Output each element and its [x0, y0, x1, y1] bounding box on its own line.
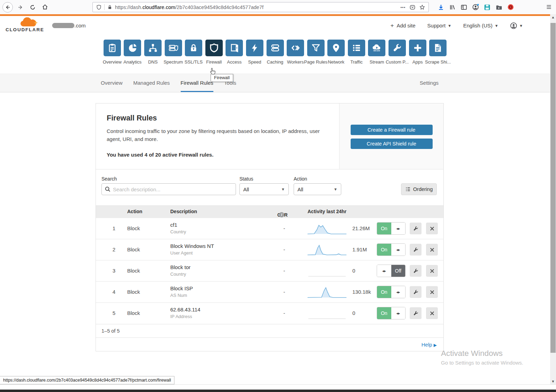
tracking-protection-shield-icon[interactable]: [96, 5, 101, 10]
pocket-icon[interactable]: [410, 5, 415, 10]
app-nav-item-scrape-shi[interactable]: Scrape Shi...: [428, 40, 448, 65]
rule-priority: 1: [109, 225, 115, 231]
library-icon[interactable]: [449, 4, 456, 10]
url-bar[interactable]: https://dash.cloudflare.com/2b7c403ace94…: [92, 2, 429, 12]
browser-forward-button[interactable]: [15, 2, 26, 12]
create-firewall-rule-button[interactable]: Create a Firewall rule: [351, 125, 433, 135]
browser-home-button[interactable]: [40, 2, 50, 12]
app-nav-item-ssl-tls[interactable]: SSL/TLS: [183, 40, 204, 65]
avatar-icon: [510, 22, 517, 29]
search-input[interactable]: [101, 183, 236, 195]
app-nav-label: Scrape Shi...: [425, 59, 451, 65]
action-select[interactable]: All▼: [294, 183, 341, 195]
support-menu[interactable]: Support▼: [427, 23, 451, 28]
app-nav-item-page-rules[interactable]: Page Rules: [305, 40, 326, 65]
taskbar-edge: [0, 390, 556, 392]
browser-reload-button[interactable]: [27, 2, 38, 12]
delete-rule-button[interactable]: [426, 265, 438, 277]
app-nav-item-overview[interactable]: Overview: [102, 40, 122, 65]
browser-back-button[interactable]: [2, 2, 13, 12]
search-label: Search: [101, 176, 117, 182]
page-actions-icon[interactable]: •••: [400, 5, 406, 9]
rule-enabled-toggle[interactable]: ◂▸Off: [377, 265, 406, 277]
rule-description: Block Windows NT: [170, 243, 214, 249]
url-text[interactable]: https://dash.cloudflare.com/2b7c403ace94…: [115, 5, 398, 10]
cloud-play-icon: [368, 40, 385, 56]
media-folder-icon[interactable]: [496, 4, 502, 10]
status-label: Status: [239, 176, 253, 182]
rule-match-type: Country: [170, 272, 190, 277]
edit-rule-button[interactable]: [410, 286, 422, 298]
subnav-firewall-rules[interactable]: Firewall Rules: [181, 74, 213, 92]
edit-rule-button[interactable]: [410, 307, 422, 319]
delete-rule-button[interactable]: [426, 307, 438, 319]
rule-enabled-toggle[interactable]: On◂▸: [377, 243, 406, 256]
bookmark-star-icon[interactable]: [419, 5, 425, 10]
subnav-settings[interactable]: Settings: [420, 74, 439, 92]
app-nav-item-analytics[interactable]: Analytics: [122, 40, 143, 65]
help-link[interactable]: Help ▶: [422, 338, 437, 352]
cloudflare-logo[interactable]: CLOUDFLARE: [6, 17, 44, 32]
language-menu[interactable]: English (US)▼: [463, 23, 498, 28]
app-nav-item-access[interactable]: Access: [224, 40, 245, 65]
info-icon[interactable]: i: [279, 212, 284, 217]
actions-panel: Create a Firewall rule Create API Shield…: [339, 103, 443, 169]
rule-enabled-toggle[interactable]: On◂▸: [377, 307, 406, 319]
list-icon: [348, 40, 365, 56]
app-nav-item-workers[interactable]: Workers: [285, 40, 306, 65]
rule-priority: 2: [109, 247, 115, 252]
app-nav-item-custom-p[interactable]: Custom P...: [387, 40, 408, 65]
edit-rule-button[interactable]: [410, 223, 422, 234]
plus-icon: +: [390, 22, 394, 29]
downloads-icon[interactable]: [438, 4, 444, 10]
close-icon: [430, 247, 435, 252]
edit-rule-button[interactable]: [410, 244, 422, 256]
app-nav-label: Traffic: [350, 59, 362, 65]
col-activity: Activity last 24hr: [308, 209, 346, 214]
activity-sparkline: [308, 265, 346, 277]
app-nav-item-traffic[interactable]: Traffic: [346, 40, 367, 65]
app-nav-item-caching[interactable]: Caching: [265, 40, 285, 65]
ordered-list-icon: [405, 186, 411, 192]
app-nav-label: SSL/TLS: [185, 59, 203, 65]
app-nav-item-stream[interactable]: Stream: [367, 40, 387, 65]
edit-rule-button[interactable]: [410, 265, 422, 277]
subnav-managed-rules[interactable]: Managed Rules: [133, 74, 170, 92]
status-select[interactable]: All▼: [239, 183, 289, 195]
delete-rule-button[interactable]: [426, 286, 438, 298]
adblock-icon[interactable]: [507, 4, 514, 10]
menu-hamburger-icon[interactable]: [546, 4, 552, 10]
wrench-icon: [413, 310, 419, 316]
app-nav-item-spectrum[interactable]: Spectrum: [163, 40, 183, 65]
delete-rule-button[interactable]: [426, 244, 438, 256]
rule-csr-value: -: [277, 225, 291, 231]
scrollbar-thumb[interactable]: [550, 23, 556, 353]
rule-enabled-toggle[interactable]: On◂▸: [377, 222, 406, 235]
sidebar-icon[interactable]: [461, 4, 467, 10]
subnav-overview[interactable]: Overview: [101, 74, 123, 92]
toggle-state-label: On: [377, 244, 391, 256]
table-row: 2BlockBlock Windows NTUser Agent-1.91MOn…: [96, 239, 443, 260]
account-icon[interactable]: [472, 4, 479, 10]
add-site-button[interactable]: +Add site: [390, 22, 415, 29]
page-scrollbar[interactable]: ▲ ▼: [550, 14, 556, 384]
app-nav-item-speed[interactable]: Speed: [245, 40, 265, 65]
active-site-name[interactable]: .com: [52, 23, 86, 28]
app-nav-item-network[interactable]: Network: [326, 40, 346, 65]
save-session-icon[interactable]: [484, 4, 490, 10]
app-nav-label: DNS: [148, 59, 157, 65]
delete-rule-button[interactable]: [426, 223, 438, 234]
scroll-down-arrow[interactable]: ▼: [550, 378, 556, 384]
rule-match-type: AS Num: [170, 293, 193, 298]
app-nav-item-firewall[interactable]: Firewall: [204, 40, 224, 65]
ordering-button[interactable]: Ordering: [401, 183, 437, 195]
help-row: Help ▶: [96, 337, 443, 351]
rule-enabled-toggle[interactable]: On◂▸: [377, 286, 406, 298]
scroll-up-arrow[interactable]: ▲: [550, 14, 556, 20]
create-api-shield-rule-button[interactable]: Create API Shield rule: [351, 139, 433, 149]
rule-action: Block: [127, 289, 140, 295]
app-nav-label: Overview: [103, 59, 122, 65]
account-menu[interactable]: ▼: [510, 22, 523, 29]
app-nav-item-dns[interactable]: DNS: [143, 40, 163, 65]
pie-chart-icon: [124, 40, 141, 56]
